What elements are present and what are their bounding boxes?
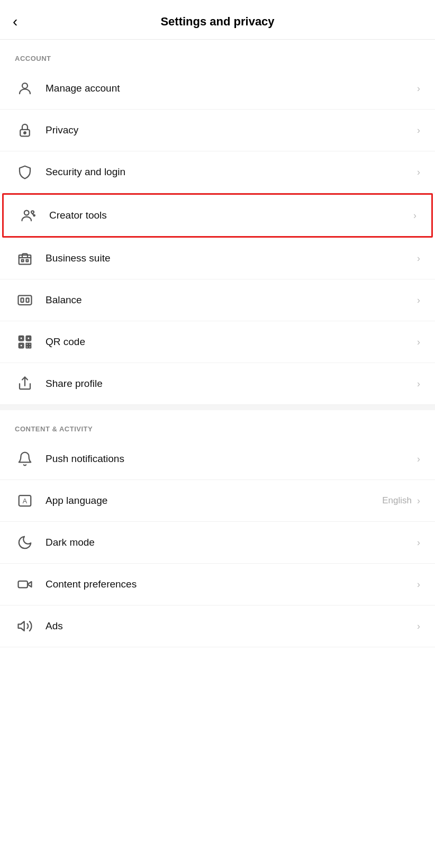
menu-item-right-manage-account: › [415,83,420,94]
chevron-icon-privacy: › [417,125,420,136]
header: ‹ Settings and privacy [0,0,435,40]
menu-item-label-security-login: Security and login [46,166,415,178]
section-label-content-activity: CONTENT & ACTIVITY [0,410,435,438]
back-button[interactable]: ‹ [13,14,17,29]
section-label-account: ACCOUNT [0,40,435,68]
share-icon [15,374,35,394]
chevron-icon-dark-mode: › [417,537,420,548]
menu-item-share-profile[interactable]: Share profile › [0,363,435,405]
page-title: Settings and privacy [160,15,274,29]
svg-rect-6 [19,255,31,265]
menu-item-value-app-language: English [382,495,412,506]
chevron-icon-qr-code: › [417,337,420,348]
svg-rect-21 [29,346,31,348]
menu-item-push-notifications[interactable]: Push notifications › [0,438,435,480]
svg-rect-17 [20,344,23,347]
menu-item-label-qr-code: QR code [46,336,415,348]
menu-item-right-privacy: › [415,125,420,136]
bell-icon [15,449,35,469]
menu-item-label-privacy: Privacy [46,124,415,136]
menu-item-app-language[interactable]: A App language English › [0,480,435,522]
svg-rect-8 [26,260,29,262]
chevron-icon-security-login: › [417,167,420,178]
svg-rect-20 [26,346,29,348]
shield-icon [15,162,35,182]
menu-item-privacy[interactable]: Privacy › [0,110,435,151]
svg-marker-26 [19,621,24,631]
chevron-icon-business-suite: › [417,253,420,264]
menu-item-right-creator-tools: › [411,210,416,221]
moon-icon [15,532,35,553]
menu-item-manage-account[interactable]: Manage account › [0,68,435,110]
chevron-icon-manage-account: › [417,83,420,94]
menu-item-label-share-profile: Share profile [46,378,415,390]
menu-item-label-creator-tools: Creator tools [49,210,411,221]
menu-item-content-preferences[interactable]: Content preferences › [0,564,435,605]
svg-rect-11 [26,298,29,302]
menu-item-ads[interactable]: Ads › [0,605,435,647]
svg-rect-25 [19,581,28,588]
chevron-icon-ads: › [417,621,420,632]
menu-item-right-content-preferences: › [415,579,420,590]
menu-item-balance[interactable]: Balance › [0,279,435,321]
svg-rect-13 [20,337,23,340]
menu-item-right-security-login: › [415,167,420,178]
menu-item-business-suite[interactable]: Business suite › [0,238,435,279]
menu-item-label-dark-mode: Dark mode [46,537,415,548]
menu-item-qr-code[interactable]: QR code › [0,321,435,363]
menu-item-label-manage-account: Manage account [46,83,415,94]
chevron-icon-balance: › [417,295,420,306]
chevron-icon-push-notifications: › [417,454,420,465]
svg-rect-18 [26,343,29,346]
menu-item-label-ads: Ads [46,620,415,632]
video-icon [15,574,35,594]
person-icon [15,78,35,98]
chevron-icon-content-preferences: › [417,579,420,590]
svg-rect-10 [21,298,24,302]
business-icon [15,248,35,268]
section-divider [0,405,435,410]
menu-item-right-balance: › [415,295,420,306]
menu-item-right-app-language: English › [382,495,420,507]
creator-icon [19,205,39,225]
menu-item-security-login[interactable]: Security and login › [0,151,435,193]
menu-item-label-content-preferences: Content preferences [46,578,415,590]
megaphone-icon [15,616,35,636]
svg-point-4 [31,211,34,213]
chevron-icon-share-profile: › [417,378,420,390]
chevron-icon-app-language: › [417,495,420,507]
svg-rect-19 [29,343,31,346]
language-icon: A [15,491,35,511]
menu-item-right-ads: › [415,621,420,632]
balance-icon [15,290,35,310]
menu-item-right-share-profile: › [415,378,420,390]
menu-item-creator-tools[interactable]: Creator tools › [2,193,433,238]
svg-point-3 [24,211,29,215]
menu-item-label-business-suite: Business suite [46,252,415,264]
svg-rect-15 [27,337,30,340]
svg-point-2 [24,132,26,134]
qr-icon [15,332,35,352]
svg-rect-7 [22,260,24,262]
menu-item-right-business-suite: › [415,253,420,264]
menu-item-right-dark-mode: › [415,537,420,548]
menu-item-dark-mode[interactable]: Dark mode › [0,522,435,564]
menu-item-right-qr-code: › [415,337,420,348]
menu-item-label-push-notifications: Push notifications [46,453,415,465]
lock-icon [15,120,35,140]
svg-point-0 [22,83,28,88]
menu-item-label-app-language: App language [46,495,382,507]
chevron-icon-creator-tools: › [413,210,416,221]
svg-rect-9 [19,295,32,305]
menu-item-label-balance: Balance [46,294,415,306]
menu-item-right-push-notifications: › [415,454,420,465]
svg-text:A: A [23,498,28,505]
